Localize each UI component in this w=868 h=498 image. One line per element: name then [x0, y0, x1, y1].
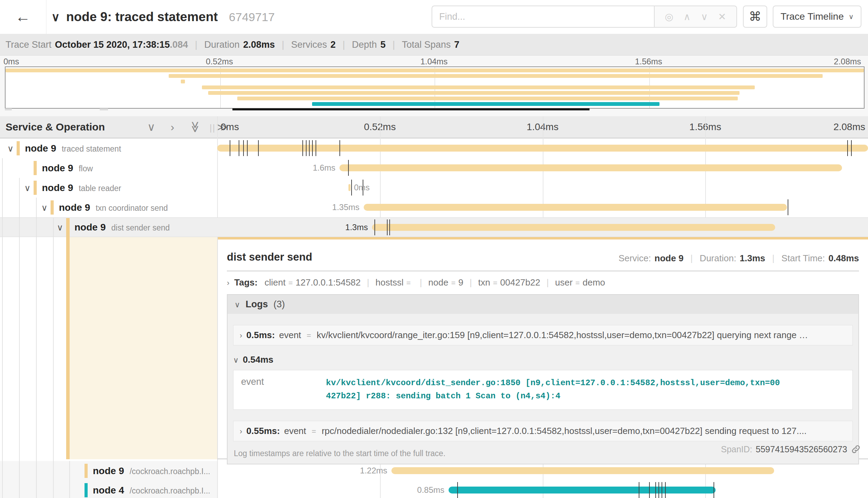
- span-duration-bar[interactable]: [391, 467, 774, 474]
- summary-item-label: Duration: [204, 39, 240, 50]
- tag-value: demo: [583, 277, 605, 288]
- log-entry-row[interactable]: ›0.5ms:event=kv/kvclient/kvcoord/range_i…: [233, 325, 853, 345]
- span-toggle-chevron-icon[interactable]: ∨: [41, 202, 47, 212]
- next-result-icon[interactable]: ∨: [701, 11, 708, 22]
- span-log-tick: [851, 140, 852, 156]
- tag-equals: =: [575, 279, 580, 288]
- start-time-value: 0.48ms: [829, 253, 859, 264]
- span-row[interactable]: ∨node 9traced statement: [0, 138, 868, 158]
- span-log-tick: [348, 160, 349, 176]
- span-name-cell[interactable]: node 4/cockroach.roachpb.I...: [93, 485, 210, 496]
- span-service-name: node 9: [74, 222, 106, 233]
- trace-collapse-icon[interactable]: ∨: [51, 10, 60, 24]
- tag-equals: =: [288, 279, 293, 288]
- minimap-viewport-bar[interactable]: [232, 108, 590, 110]
- back-button[interactable]: ←: [9, 5, 37, 28]
- find-input[interactable]: [432, 6, 654, 28]
- span-duration-label: 0.85ms: [417, 485, 444, 495]
- span-duration-bar[interactable]: [217, 145, 868, 152]
- span-log-tick: [389, 219, 390, 235]
- columns-header: Service & Operation ∨›≫≫ || 0ms0.52ms1.0…: [0, 116, 868, 138]
- log-kv-table: eventkv/kvclient/kvcoord/dist_sender.go:…: [233, 370, 853, 410]
- indent-guide-line: [53, 217, 54, 498]
- span-row[interactable]: ∨node 9dist sender send1.3ms: [0, 217, 868, 237]
- log-field-key: event: [284, 426, 306, 436]
- span-service-name: node 9: [42, 163, 73, 174]
- span-log-tick: [655, 482, 656, 498]
- trace-view-app: ← ∨ node 9: traced statement 6749717 ◎ ∧…: [0, 0, 868, 498]
- span-name-cell[interactable]: node 9traced statement: [25, 143, 121, 154]
- span-operation-name: dist sender send: [111, 223, 170, 233]
- minimap-drag-handle[interactable]: [5, 108, 12, 110]
- trace-title-wrap: ∨ node 9: traced statement 6749717: [51, 0, 275, 34]
- indent-guide-line: [36, 198, 37, 498]
- top-bar: ← ∨ node 9: traced statement 6749717 ◎ ∧…: [0, 0, 868, 34]
- span-log-tick: [316, 140, 316, 156]
- detail-top-accent: [218, 237, 868, 239]
- span-name-cell[interactable]: node 9flow: [42, 163, 93, 174]
- tag-value: 9: [458, 277, 463, 288]
- span-duration-bar[interactable]: [339, 164, 842, 171]
- summary-item-value: 5: [380, 39, 386, 50]
- collapse-one-icon[interactable]: ∨: [147, 120, 155, 134]
- view-selector-button[interactable]: Trace Timeline ∨: [773, 6, 861, 28]
- span-row[interactable]: node 9flow1.6ms: [0, 158, 868, 178]
- spanid-value: 5597415943526560273: [756, 444, 847, 454]
- column-resize-handle[interactable]: ||: [210, 123, 216, 133]
- span-log-tick: [306, 140, 307, 156]
- span-log-tick: [230, 140, 230, 156]
- find-tools: ◎ ∧ ∨ ✕: [654, 6, 737, 28]
- span-service-name: node 9: [25, 143, 56, 154]
- expand-one-icon[interactable]: ›: [170, 121, 174, 134]
- timeline-tick-label: 0ms: [221, 116, 239, 138]
- minimap-drag-handle[interactable]: [100, 108, 108, 110]
- span-color-chip: [34, 181, 37, 195]
- tags-row[interactable]: › Tags: client=127.0.0.1:54582|hostssl=|…: [227, 277, 605, 288]
- match-case-icon[interactable]: ◎: [665, 11, 673, 22]
- span-log-tick: [339, 140, 340, 156]
- minimap-band: 0ms0.52ms1.04ms1.56ms2.08ms: [0, 56, 868, 116]
- topbar-divider: [46, 0, 46, 34]
- tag-separator: |: [470, 277, 472, 288]
- span-name-cell[interactable]: node 9txn coordinator send: [59, 202, 168, 213]
- span-name-cell[interactable]: node 9/cockroach.roachpb.I...: [93, 465, 210, 477]
- service-operation-header: Service & Operation: [6, 116, 105, 138]
- span-toggle-chevron-icon[interactable]: ∨: [57, 222, 63, 232]
- log-entry-row[interactable]: ›0.55ms:event=rpc/nodedialer/nodedialer.…: [233, 421, 853, 441]
- keyboard-shortcuts-button[interactable]: ⌘: [743, 6, 767, 28]
- span-duration-bar[interactable]: [449, 487, 716, 494]
- span-log-tick: [351, 180, 352, 196]
- detail-divider: [227, 271, 859, 271]
- span-row[interactable]: node 4/cockroach.roachpb.I...0.85ms: [0, 480, 868, 498]
- span-duration-bar[interactable]: [348, 184, 351, 191]
- span-name-cell[interactable]: node 9dist sender send: [74, 222, 170, 233]
- span-duration-bar[interactable]: [372, 224, 775, 231]
- span-row[interactable]: ∨node 9table reader0ms: [0, 178, 868, 198]
- chevron-right-icon[interactable]: ›: [227, 279, 229, 288]
- span-name-cell[interactable]: node 9table reader: [42, 182, 121, 193]
- link-icon[interactable]: [851, 444, 861, 454]
- ruler-tick-label: 1.56ms: [635, 57, 662, 66]
- span-operation-name: flow: [79, 164, 93, 173]
- clear-search-icon[interactable]: ✕: [718, 11, 726, 22]
- span-log-tick: [639, 482, 639, 498]
- summary-item-label: Services: [291, 39, 327, 50]
- span-operation-name: traced statement: [62, 144, 121, 154]
- trace-minimap[interactable]: [5, 66, 865, 109]
- logs-header[interactable]: ∨ Logs (3): [228, 295, 858, 314]
- span-color-chip: [17, 141, 20, 155]
- span-toggle-chevron-icon[interactable]: ∨: [7, 143, 14, 153]
- span-color-chip: [34, 161, 37, 175]
- span-color-chip: [85, 464, 88, 478]
- span-duration-bar[interactable]: [364, 204, 787, 211]
- collapse-all-icon[interactable]: ≫: [189, 121, 202, 133]
- span-log-tick: [847, 140, 848, 156]
- tag-key: node: [428, 277, 449, 288]
- span-row[interactable]: ∨node 9txn coordinator send1.35ms: [0, 198, 868, 217]
- indent-guide-line: [2, 158, 3, 498]
- span-operation-name: /cockroach.roachpb.I...: [130, 467, 210, 476]
- span-toggle-chevron-icon[interactable]: ∨: [24, 183, 30, 193]
- prev-result-icon[interactable]: ∧: [683, 11, 691, 22]
- log-entry-header[interactable]: ∨0.54ms: [233, 354, 853, 365]
- duration-value: 1.3ms: [740, 253, 765, 264]
